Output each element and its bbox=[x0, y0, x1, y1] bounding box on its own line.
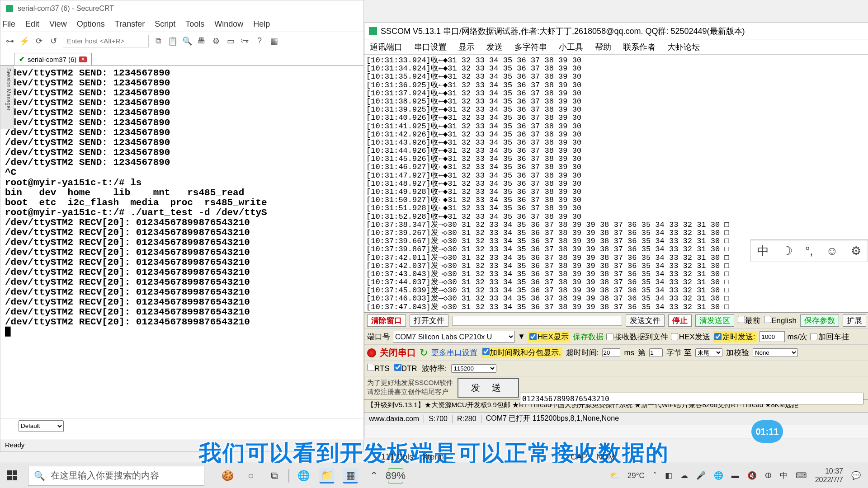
more-serial-settings-link[interactable]: 更多串口设置 bbox=[431, 347, 477, 358]
menu-script[interactable]: Script bbox=[155, 19, 175, 29]
baud-select[interactable]: 115200 bbox=[451, 364, 496, 373]
key-icon[interactable]: 🗝 bbox=[240, 36, 250, 46]
hex-send-checkbox[interactable]: HEX发送 bbox=[671, 332, 710, 342]
tab-close-icon[interactable]: ✕ bbox=[79, 56, 87, 62]
task-cortana[interactable]: ○ bbox=[243, 468, 259, 483]
session-icon[interactable]: ▭ bbox=[226, 36, 236, 46]
clear-window-button[interactable]: 清除窗口 bbox=[367, 314, 406, 327]
task-sscom[interactable]: ▦ bbox=[343, 468, 358, 483]
timeout-input[interactable] bbox=[602, 348, 620, 357]
host-input[interactable] bbox=[63, 35, 149, 47]
print-icon[interactable]: 🖶 bbox=[197, 36, 207, 46]
extend-button[interactable]: 扩展 bbox=[843, 314, 866, 327]
ime-punct-icon[interactable]: °, bbox=[805, 244, 813, 258]
status-url[interactable]: www.daxia.com bbox=[364, 415, 424, 423]
terminal-output[interactable]: /dev/ttySTM2 SEND: 1234567890 /dev/ttyST… bbox=[0, 66, 363, 404]
start-button[interactable] bbox=[0, 463, 25, 488]
disconnect-icon[interactable]: ↺ bbox=[48, 36, 58, 46]
paste-icon[interactable]: 📋 bbox=[168, 36, 178, 46]
task-browser[interactable]: 🌐 bbox=[296, 468, 311, 483]
volume-icon[interactable]: 🔇 bbox=[747, 471, 757, 480]
clear-send-area-button[interactable]: 清发送区 bbox=[695, 314, 734, 327]
ime-gear-icon[interactable]: ⚙ bbox=[851, 244, 861, 258]
tray-app-icon[interactable]: ◧ bbox=[665, 471, 672, 480]
recv-to-file-checkbox[interactable]: 接收数据到文件 bbox=[606, 332, 668, 342]
port-select[interactable]: COM7 Silicon Labs CP210x U bbox=[393, 331, 515, 343]
ime-moon-icon[interactable]: ☽ bbox=[782, 244, 793, 258]
save-params-button[interactable]: 保存参数 bbox=[800, 314, 839, 327]
securecrt-title-bar[interactable]: serial-com37 (6) - SecureCRT bbox=[0, 0, 363, 17]
menu-contact[interactable]: 联系作者 bbox=[623, 42, 656, 52]
send-file-button[interactable]: 发送文件 bbox=[626, 314, 665, 327]
menu-view[interactable]: View bbox=[49, 19, 67, 29]
reconnect-icon[interactable]: ⟳ bbox=[34, 36, 44, 46]
menu-options[interactable]: Options bbox=[77, 19, 105, 29]
mic-icon[interactable]: 🎤 bbox=[696, 471, 706, 480]
menu-comm-port[interactable]: 通讯端口 bbox=[370, 42, 402, 52]
tray-expand-icon[interactable]: ˄ bbox=[653, 471, 657, 480]
sscom-log[interactable]: [10:31:33.924]收←◆31 32 33 34 35 36 37 38… bbox=[364, 55, 868, 312]
tab-serial-com37[interactable]: ✔ serial-com37 (6) ✕ bbox=[14, 53, 92, 65]
dtr-checkbox[interactable]: DTR bbox=[394, 364, 417, 373]
menu-serial-settings[interactable]: 串口设置 bbox=[414, 42, 447, 52]
task-view[interactable]: ⧉ bbox=[267, 468, 282, 483]
menu-tools[interactable]: Tools bbox=[185, 19, 204, 29]
task-app-1[interactable]: 🍪 bbox=[220, 468, 235, 483]
timed-interval-input[interactable] bbox=[760, 331, 785, 342]
menu-multi-string[interactable]: 多字符串 bbox=[514, 42, 547, 52]
rts-checkbox[interactable]: RTS bbox=[367, 364, 390, 373]
copy-icon[interactable]: ⧉ bbox=[153, 36, 163, 46]
battery-indicator[interactable]: 89% bbox=[388, 468, 403, 483]
refresh-icon[interactable]: ↻ bbox=[420, 347, 428, 359]
file-path-field[interactable] bbox=[452, 316, 622, 326]
tray-clock[interactable]: 10:37 2022/7/7 bbox=[815, 467, 843, 484]
menu-edit[interactable]: Edit bbox=[25, 19, 39, 29]
weather-icon[interactable]: ⛅ bbox=[610, 471, 619, 480]
connect-icon[interactable]: ⊶ bbox=[5, 36, 15, 46]
scheme-select[interactable]: Default bbox=[19, 420, 64, 432]
quick-connect-icon[interactable]: ⚡ bbox=[19, 36, 29, 46]
menu-help[interactable]: Help bbox=[253, 19, 270, 29]
save-data-button[interactable]: 保存数据 bbox=[573, 332, 604, 342]
english-checkbox[interactable]: English bbox=[764, 316, 797, 325]
menu-window[interactable]: Window bbox=[214, 19, 243, 29]
menu-display[interactable]: 显示 bbox=[458, 42, 475, 52]
menu-help[interactable]: 帮助 bbox=[595, 42, 611, 52]
network-icon[interactable]: 🌐 bbox=[714, 471, 723, 480]
ime-indicator[interactable]: 中 bbox=[780, 470, 788, 481]
menu-file[interactable]: File bbox=[2, 19, 15, 29]
ime-smile-icon[interactable]: ☺ bbox=[826, 244, 838, 258]
bluetooth-icon[interactable]: ⵀ bbox=[765, 471, 772, 480]
open-file-button[interactable]: 打开文件 bbox=[410, 314, 448, 327]
add-cr-checkbox[interactable]: 加回车挂 bbox=[810, 332, 849, 342]
menu-forum[interactable]: 大虾论坛 bbox=[667, 42, 700, 52]
keyboard-icon[interactable]: ⌨ bbox=[796, 471, 807, 480]
send-button[interactable]: 发 送 bbox=[458, 378, 519, 398]
stop-button[interactable]: 停止 bbox=[668, 314, 692, 327]
taskbar-search[interactable]: 🔍 在这里输入你要搜索的内容 bbox=[28, 466, 204, 486]
session-manager-sidebar[interactable]: Session Manager bbox=[0, 66, 14, 129]
check-mode-select[interactable]: None bbox=[753, 348, 798, 357]
nth-input[interactable] bbox=[649, 348, 663, 357]
find-icon[interactable]: 🔍 bbox=[182, 36, 192, 46]
notifications-icon[interactable]: 💬 bbox=[851, 471, 861, 480]
ime-toolbar[interactable]: 中 ☽ °, ☺ ⚙ bbox=[750, 239, 868, 262]
onedrive-icon[interactable]: ☁ bbox=[680, 471, 688, 480]
timestamp-checkbox[interactable]: 加时间戳和分包显示, bbox=[481, 347, 562, 358]
menu-transfer[interactable]: Transfer bbox=[115, 19, 145, 29]
help-icon[interactable]: ? bbox=[255, 36, 264, 46]
battery-icon[interactable]: ▬ bbox=[731, 471, 739, 480]
end-select[interactable]: 末尾 bbox=[695, 348, 722, 357]
send-data-input[interactable] bbox=[520, 393, 863, 404]
ime-cn-icon[interactable]: 中 bbox=[757, 243, 769, 259]
sscom-titlebar[interactable]: SSCOM V5.13.1 串口/网络数据调试器,作者:大虾丁丁,2618058… bbox=[364, 23, 868, 39]
settings-icon[interactable]: ⚙ bbox=[211, 36, 221, 46]
topmost-checkbox[interactable]: 最前 bbox=[738, 315, 760, 326]
timed-send-checkbox[interactable]: 定时发送: bbox=[713, 331, 757, 343]
task-explorer[interactable]: 📁 bbox=[319, 468, 335, 483]
close-port-button[interactable]: 关闭串口 bbox=[380, 347, 416, 359]
menu-tools[interactable]: 小工具 bbox=[559, 42, 583, 52]
task-more[interactable]: ⌃ bbox=[366, 468, 382, 483]
record-icon[interactable] bbox=[367, 348, 376, 357]
tile-icon[interactable]: ▦ bbox=[269, 36, 279, 46]
